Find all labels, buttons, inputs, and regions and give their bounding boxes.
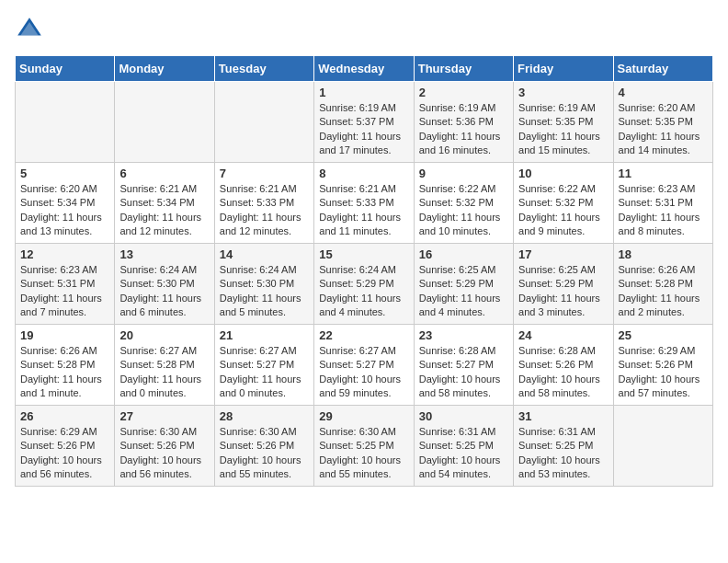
day-info: Sunrise: 6:23 AM Sunset: 5:31 PM Dayligh…: [20, 263, 109, 320]
day-info: Sunrise: 6:20 AM Sunset: 5:35 PM Dayligh…: [619, 101, 708, 158]
calendar-cell: 13Sunrise: 6:24 AM Sunset: 5:30 PM Dayli…: [115, 244, 214, 325]
day-number: 10: [518, 167, 608, 180]
calendar-cell: 2Sunrise: 6:19 AM Sunset: 5:36 PM Daylig…: [414, 82, 513, 163]
calendar-cell: 30Sunrise: 6:31 AM Sunset: 5:25 PM Dayli…: [414, 406, 513, 487]
calendar-cell: 7Sunrise: 6:21 AM Sunset: 5:33 PM Daylig…: [214, 163, 313, 244]
calendar-cell: 3Sunrise: 6:19 AM Sunset: 5:35 PM Daylig…: [514, 82, 613, 163]
day-number: 8: [319, 167, 408, 180]
day-info: Sunrise: 6:27 AM Sunset: 5:28 PM Dayligh…: [119, 344, 209, 401]
calendar-week-row: 26Sunrise: 6:29 AM Sunset: 5:26 PM Dayli…: [16, 406, 713, 487]
calendar-cell: 22Sunrise: 6:27 AM Sunset: 5:27 PM Dayli…: [314, 325, 414, 406]
day-number: 29: [319, 409, 408, 423]
day-number: 11: [619, 167, 708, 180]
calendar-cell: 11Sunrise: 6:23 AM Sunset: 5:31 PM Dayli…: [613, 163, 712, 244]
day-number: 1: [319, 86, 408, 99]
calendar-cell: 1Sunrise: 6:19 AM Sunset: 5:37 PM Daylig…: [314, 82, 414, 163]
calendar-cell: 25Sunrise: 6:29 AM Sunset: 5:26 PM Dayli…: [613, 325, 712, 406]
day-number: 21: [220, 328, 309, 342]
day-number: 14: [220, 247, 309, 261]
day-info: Sunrise: 6:31 AM Sunset: 5:25 PM Dayligh…: [419, 425, 508, 482]
day-info: Sunrise: 6:21 AM Sunset: 5:33 PM Dayligh…: [319, 182, 408, 239]
calendar-cell: [115, 82, 214, 163]
header-day-sunday: Sunday: [16, 56, 115, 82]
day-info: Sunrise: 6:22 AM Sunset: 5:32 PM Dayligh…: [518, 182, 608, 239]
calendar-cell: 23Sunrise: 6:28 AM Sunset: 5:27 PM Dayli…: [414, 325, 513, 406]
day-number: 31: [518, 409, 608, 423]
day-number: 25: [619, 328, 708, 342]
calendar-cell: [214, 82, 313, 163]
header-day-monday: Monday: [115, 56, 214, 82]
day-info: Sunrise: 6:25 AM Sunset: 5:29 PM Dayligh…: [419, 263, 508, 320]
day-info: Sunrise: 6:19 AM Sunset: 5:35 PM Dayligh…: [518, 101, 608, 158]
day-number: 9: [419, 167, 508, 180]
day-info: Sunrise: 6:21 AM Sunset: 5:33 PM Dayligh…: [220, 182, 309, 239]
calendar-cell: 16Sunrise: 6:25 AM Sunset: 5:29 PM Dayli…: [414, 244, 513, 325]
calendar-cell: 29Sunrise: 6:30 AM Sunset: 5:25 PM Dayli…: [314, 406, 414, 487]
day-info: Sunrise: 6:21 AM Sunset: 5:34 PM Dayligh…: [119, 182, 209, 239]
day-info: Sunrise: 6:30 AM Sunset: 5:25 PM Dayligh…: [319, 425, 408, 482]
day-number: 3: [518, 86, 608, 99]
logo: [15, 15, 48, 44]
calendar-cell: 19Sunrise: 6:26 AM Sunset: 5:28 PM Dayli…: [16, 325, 115, 406]
day-number: 23: [419, 328, 508, 342]
day-info: Sunrise: 6:28 AM Sunset: 5:26 PM Dayligh…: [518, 344, 608, 401]
calendar-cell: 5Sunrise: 6:20 AM Sunset: 5:34 PM Daylig…: [16, 163, 115, 244]
calendar-cell: 28Sunrise: 6:30 AM Sunset: 5:26 PM Dayli…: [214, 406, 313, 487]
calendar-cell: 20Sunrise: 6:27 AM Sunset: 5:28 PM Dayli…: [115, 325, 214, 406]
calendar-week-row: 12Sunrise: 6:23 AM Sunset: 5:31 PM Dayli…: [16, 244, 713, 325]
day-number: 15: [319, 247, 408, 261]
day-info: Sunrise: 6:25 AM Sunset: 5:29 PM Dayligh…: [518, 263, 608, 320]
day-info: Sunrise: 6:24 AM Sunset: 5:30 PM Dayligh…: [220, 263, 309, 320]
day-number: 13: [119, 247, 209, 261]
day-info: Sunrise: 6:27 AM Sunset: 5:27 PM Dayligh…: [220, 344, 309, 401]
header-day-saturday: Saturday: [613, 56, 712, 82]
calendar-cell: 4Sunrise: 6:20 AM Sunset: 5:35 PM Daylig…: [613, 82, 712, 163]
day-info: Sunrise: 6:23 AM Sunset: 5:31 PM Dayligh…: [619, 182, 708, 239]
header-day-friday: Friday: [514, 56, 613, 82]
calendar-cell: 18Sunrise: 6:26 AM Sunset: 5:28 PM Dayli…: [613, 244, 712, 325]
header-day-thursday: Thursday: [414, 56, 513, 82]
calendar-cell: 21Sunrise: 6:27 AM Sunset: 5:27 PM Dayli…: [214, 325, 313, 406]
header-day-wednesday: Wednesday: [314, 56, 414, 82]
calendar-week-row: 1Sunrise: 6:19 AM Sunset: 5:37 PM Daylig…: [16, 82, 713, 163]
calendar-cell: 6Sunrise: 6:21 AM Sunset: 5:34 PM Daylig…: [115, 163, 214, 244]
calendar-cell: 9Sunrise: 6:22 AM Sunset: 5:32 PM Daylig…: [414, 163, 513, 244]
day-info: Sunrise: 6:20 AM Sunset: 5:34 PM Dayligh…: [20, 182, 109, 239]
calendar-cell: 10Sunrise: 6:22 AM Sunset: 5:32 PM Dayli…: [514, 163, 613, 244]
calendar-cell: 27Sunrise: 6:30 AM Sunset: 5:26 PM Dayli…: [115, 406, 214, 487]
day-info: Sunrise: 6:19 AM Sunset: 5:36 PM Dayligh…: [419, 101, 508, 158]
day-number: 2: [419, 86, 508, 99]
day-info: Sunrise: 6:31 AM Sunset: 5:25 PM Dayligh…: [518, 425, 608, 482]
day-number: 4: [619, 86, 708, 99]
calendar-week-row: 5Sunrise: 6:20 AM Sunset: 5:34 PM Daylig…: [16, 163, 713, 244]
calendar-cell: 31Sunrise: 6:31 AM Sunset: 5:25 PM Dayli…: [514, 406, 613, 487]
calendar-cell: 8Sunrise: 6:21 AM Sunset: 5:33 PM Daylig…: [314, 163, 414, 244]
header: [15, 15, 713, 44]
day-number: 6: [119, 167, 209, 180]
day-number: 28: [220, 409, 309, 423]
calendar-cell: [16, 82, 115, 163]
day-info: Sunrise: 6:30 AM Sunset: 5:26 PM Dayligh…: [220, 425, 309, 482]
day-number: 22: [319, 328, 408, 342]
day-number: 27: [119, 409, 209, 423]
day-info: Sunrise: 6:29 AM Sunset: 5:26 PM Dayligh…: [20, 425, 109, 482]
calendar-cell: 15Sunrise: 6:24 AM Sunset: 5:29 PM Dayli…: [314, 244, 414, 325]
day-number: 24: [518, 328, 608, 342]
day-number: 19: [20, 328, 109, 342]
calendar-cell: 12Sunrise: 6:23 AM Sunset: 5:31 PM Dayli…: [16, 244, 115, 325]
logo-icon: [15, 15, 44, 44]
calendar-week-row: 19Sunrise: 6:26 AM Sunset: 5:28 PM Dayli…: [16, 325, 713, 406]
day-info: Sunrise: 6:27 AM Sunset: 5:27 PM Dayligh…: [319, 344, 408, 401]
day-number: 12: [20, 247, 109, 261]
day-number: 17: [518, 247, 608, 261]
day-info: Sunrise: 6:24 AM Sunset: 5:30 PM Dayligh…: [119, 263, 209, 320]
day-info: Sunrise: 6:26 AM Sunset: 5:28 PM Dayligh…: [20, 344, 109, 401]
day-number: 5: [20, 167, 109, 180]
calendar-header-row: SundayMondayTuesdayWednesdayThursdayFrid…: [16, 56, 713, 82]
day-info: Sunrise: 6:30 AM Sunset: 5:26 PM Dayligh…: [119, 425, 209, 482]
calendar-cell: 26Sunrise: 6:29 AM Sunset: 5:26 PM Dayli…: [16, 406, 115, 487]
day-info: Sunrise: 6:19 AM Sunset: 5:37 PM Dayligh…: [319, 101, 408, 158]
day-number: 26: [20, 409, 109, 423]
calendar-table: SundayMondayTuesdayWednesdayThursdayFrid…: [15, 55, 713, 487]
calendar-cell: 17Sunrise: 6:25 AM Sunset: 5:29 PM Dayli…: [514, 244, 613, 325]
